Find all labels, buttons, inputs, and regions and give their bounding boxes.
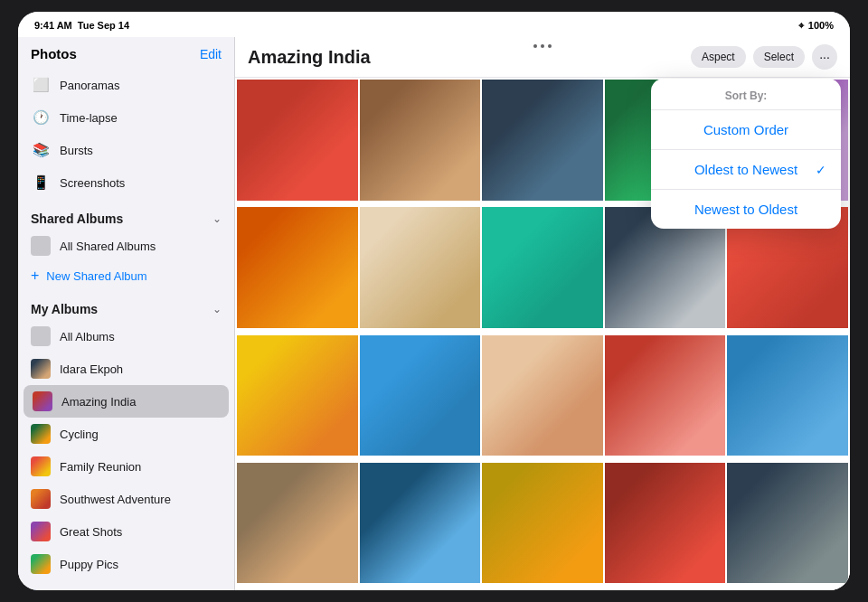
sidebar-item-southwest[interactable]: Southwest Adventure xyxy=(18,483,234,515)
my-albums-section-header: My Albums ⌄ xyxy=(18,289,234,320)
new-shared-album-button[interactable]: + New Shared Album xyxy=(18,262,234,289)
sidebar-label-all-albums: All Albums xyxy=(60,330,115,343)
sidebar: Photos Edit ⬜ Panoramas 🕐 Time-lapse 📚 B… xyxy=(18,37,235,590)
sidebar-item-family-reunion[interactable]: Family Reunion xyxy=(18,450,234,483)
aspect-button[interactable]: Aspect xyxy=(691,46,746,68)
great-shots-thumb xyxy=(31,522,51,541)
photo-cell-7[interactable] xyxy=(360,207,481,328)
photo-cell-18[interactable] xyxy=(482,463,603,584)
sidebar-label-panoramas: Panoramas xyxy=(60,79,119,92)
sidebar-item-timelapse[interactable]: 🕐 Time-lapse xyxy=(18,101,234,134)
sort-newest-oldest[interactable]: Newest to Oldest xyxy=(651,190,841,229)
my-albums-title: My Albums xyxy=(31,302,98,316)
puppy-pics-thumb xyxy=(31,554,51,574)
status-bar: 9:41 AM Tue Sep 14 ⌖ 100% xyxy=(18,12,850,37)
sidebar-label-great-shots: Great Shots xyxy=(60,525,122,539)
southwest-thumb xyxy=(31,489,51,509)
sidebar-edit-button[interactable]: Edit xyxy=(200,47,222,61)
photo-cell-16[interactable] xyxy=(237,463,358,584)
custom-order-label: Custom Order xyxy=(703,122,788,137)
new-shared-album-label: New Shared Album xyxy=(46,269,146,283)
device-frame: 9:41 AM Tue Sep 14 ⌖ 100% Photos Edit ⬜ … xyxy=(18,12,850,590)
status-date: Tue Sep 14 xyxy=(78,20,129,31)
sidebar-label-family-reunion: Family Reunion xyxy=(60,460,141,474)
photo-cell-11[interactable] xyxy=(237,335,358,456)
page-title: Amazing India xyxy=(248,47,371,68)
photo-cell-20[interactable] xyxy=(727,463,848,584)
new-album-button[interactable]: + New Album xyxy=(18,580,234,590)
photo-cell-15[interactable] xyxy=(727,335,848,456)
all-albums-icon xyxy=(31,326,51,346)
wifi-icon: ⌖ xyxy=(798,20,804,32)
photo-cell-12[interactable] xyxy=(360,335,481,456)
sidebar-item-idara[interactable]: Idara Ekpoh xyxy=(18,353,234,385)
newest-oldest-label: Newest to Oldest xyxy=(694,202,797,217)
shared-albums-section-header: Shared Albums ⌄ xyxy=(18,199,234,230)
sidebar-label-timelapse: Time-lapse xyxy=(60,111,118,125)
family-thumb xyxy=(31,456,51,476)
all-shared-icon xyxy=(31,236,51,256)
dot2 xyxy=(541,44,544,48)
sort-custom-order[interactable]: Custom Order xyxy=(651,110,841,150)
sidebar-header: Photos Edit xyxy=(18,37,234,69)
checkmark-icon: ✓ xyxy=(816,163,826,177)
add-album-icon: + xyxy=(31,586,39,590)
dot3 xyxy=(548,44,552,48)
sort-oldest-newest[interactable]: Oldest to Newest ✓ xyxy=(651,150,841,190)
content-header: Amazing India Aspect Select ··· xyxy=(235,37,850,78)
sidebar-label-screenshots: Screenshots xyxy=(60,176,125,190)
status-time: 9:41 AM xyxy=(34,20,72,31)
sidebar-label-all-shared: All Shared Albums xyxy=(60,240,156,253)
cycling-thumb xyxy=(31,424,51,444)
shared-albums-title: Shared Albums xyxy=(31,212,123,226)
sort-header: Sort By: xyxy=(651,79,841,110)
screenshots-icon: 📱 xyxy=(31,173,51,193)
photo-cell-13[interactable] xyxy=(482,335,603,456)
header-dots xyxy=(533,44,552,48)
sidebar-label-amazing-india: Amazing India xyxy=(61,395,136,409)
sidebar-item-panoramas[interactable]: ⬜ Panoramas xyxy=(18,69,234,101)
my-albums-chevron[interactable]: ⌄ xyxy=(212,303,222,315)
content-area: Amazing India Aspect Select ··· xyxy=(235,37,850,590)
main-area: Photos Edit ⬜ Panoramas 🕐 Time-lapse 📚 B… xyxy=(18,37,850,590)
sidebar-label-southwest: Southwest Adventure xyxy=(60,493,171,506)
battery-level: 100% xyxy=(808,20,834,31)
new-album-label: New Album xyxy=(46,588,106,591)
sidebar-item-great-shots[interactable]: Great Shots xyxy=(18,515,234,548)
photo-cell-17[interactable] xyxy=(360,463,481,584)
timelapse-icon: 🕐 xyxy=(31,108,51,127)
more-button[interactable]: ··· xyxy=(812,44,837,70)
photo-cell-6[interactable] xyxy=(237,207,358,328)
photo-cell-1[interactable] xyxy=(237,80,358,201)
idara-thumb xyxy=(31,359,51,379)
sort-dropdown: Sort By: Custom Order Oldest to Newest ✓… xyxy=(651,79,841,229)
oldest-newest-label: Oldest to Newest xyxy=(694,162,797,177)
dot1 xyxy=(533,44,537,48)
bursts-icon: 📚 xyxy=(31,140,51,160)
amazing-india-thumb xyxy=(33,391,52,411)
photo-cell-2[interactable] xyxy=(360,80,481,201)
sidebar-item-cycling[interactable]: Cycling xyxy=(18,418,234,450)
photo-cell-3[interactable] xyxy=(482,80,603,201)
sidebar-item-all-albums[interactable]: All Albums xyxy=(18,320,234,353)
shared-albums-chevron[interactable]: ⌄ xyxy=(212,212,222,225)
photo-cell-14[interactable] xyxy=(605,335,726,456)
panoramas-icon: ⬜ xyxy=(31,75,51,95)
sidebar-label-puppy-pics: Puppy Pics xyxy=(60,558,118,571)
sidebar-item-puppy-pics[interactable]: Puppy Pics xyxy=(18,548,234,580)
photo-cell-19[interactable] xyxy=(605,463,726,584)
sidebar-label-cycling: Cycling xyxy=(60,428,99,441)
sidebar-label-bursts: Bursts xyxy=(60,144,93,157)
photo-cell-8[interactable] xyxy=(482,207,603,328)
select-button[interactable]: Select xyxy=(753,46,805,68)
header-buttons: Aspect Select ··· xyxy=(691,44,837,70)
sidebar-item-screenshots[interactable]: 📱 Screenshots xyxy=(18,166,234,199)
sidebar-item-amazing-india[interactable]: Amazing India xyxy=(24,385,229,418)
add-shared-icon: + xyxy=(31,268,39,284)
sidebar-label-idara: Idara Ekpoh xyxy=(60,362,123,376)
sidebar-item-all-shared[interactable]: All Shared Albums xyxy=(18,230,234,262)
sidebar-item-bursts[interactable]: 📚 Bursts xyxy=(18,134,234,166)
more-icon: ··· xyxy=(819,50,830,64)
sidebar-title: Photos xyxy=(31,46,77,61)
